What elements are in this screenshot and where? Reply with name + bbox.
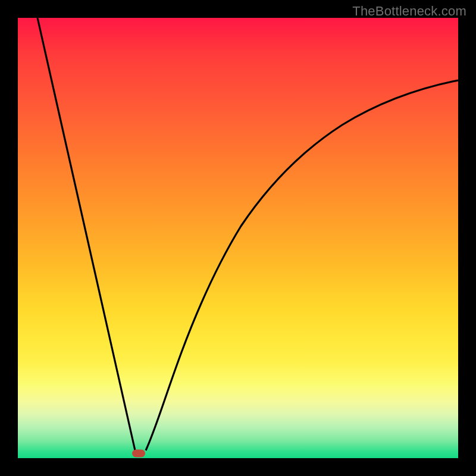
curve-left-segment [37,18,135,450]
watermark-text: TheBottleneck.com [352,4,466,19]
curve-right-segment [146,80,458,450]
bottleneck-curve [18,18,458,458]
bottleneck-marker [132,450,145,458]
chart-plot-area [18,18,458,458]
